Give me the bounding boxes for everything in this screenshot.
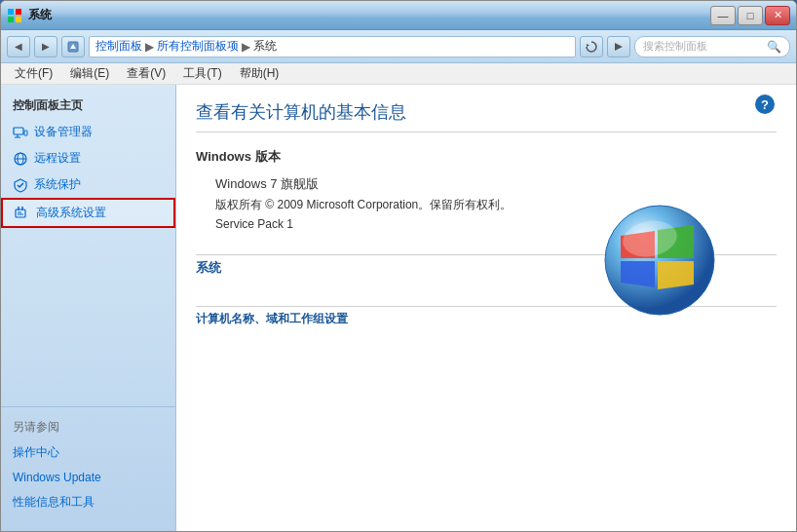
help-icon[interactable]: ?: [755, 95, 775, 114]
sidebar-another-title: 另请参阅: [1, 415, 175, 439]
sidebar-label-advanced: 高级系统设置: [36, 205, 106, 221]
svg-rect-0: [8, 9, 14, 15]
breadcrumb-controlpanel[interactable]: 控制面板: [95, 38, 142, 55]
sidebar-label-performance: 性能信息和工具: [13, 494, 95, 511]
sidebar-item-protection[interactable]: 系统保护: [1, 171, 175, 198]
sidebar-header: 控制面板主页: [1, 93, 175, 119]
svg-rect-3: [16, 17, 21, 22]
svg-marker-6: [587, 44, 589, 47]
search-placeholder: 搜索控制面板: [643, 39, 707, 54]
windows-edition: Windows 7 旗舰版: [215, 175, 777, 193]
remote-icon: [13, 151, 28, 167]
close-button[interactable]: ✕: [765, 6, 790, 25]
sidebar-item-windowsupdate[interactable]: Windows Update: [1, 466, 175, 489]
window-controls: — □ ✕: [710, 6, 790, 25]
svg-rect-15: [16, 209, 25, 217]
sidebar-item-advanced[interactable]: 高级系统设置: [1, 198, 175, 228]
sidebar-item-actioncenter[interactable]: 操作中心: [1, 439, 175, 466]
minimize-button[interactable]: —: [710, 6, 736, 25]
maximize-button[interactable]: □: [738, 6, 763, 25]
refresh-button[interactable]: [580, 36, 603, 57]
advanced-icon: [15, 206, 30, 221]
svg-rect-1: [16, 9, 21, 15]
menu-view[interactable]: 查看(V): [119, 63, 173, 84]
up-button[interactable]: [61, 36, 85, 57]
svg-marker-7: [615, 43, 623, 51]
address-path[interactable]: 控制面板 ▶ 所有控制面板项 ▶ 系统: [89, 36, 576, 57]
search-icon: 🔍: [767, 40, 781, 54]
sidebar-label-windowsupdate: Windows Update: [13, 471, 101, 484]
menu-file[interactable]: 文件(F): [7, 63, 60, 84]
go-button[interactable]: [607, 36, 630, 57]
protection-icon: [13, 177, 28, 193]
menu-tools[interactable]: 工具(T): [175, 63, 229, 84]
titlebar: 系统 — □ ✕: [1, 1, 796, 30]
address-bar: ◀ ▶ 控制面板 ▶ 所有控制面板项 ▶ 系统 搜索控制面板 🔍: [1, 30, 796, 63]
windows-section-label: Windows 版本: [196, 148, 777, 166]
svg-rect-2: [8, 17, 14, 22]
svg-rect-8: [14, 128, 23, 134]
breadcrumb-allitems[interactable]: 所有控制面板项: [157, 38, 239, 55]
devices-icon: [13, 125, 28, 140]
main-window: 系统 — □ ✕ ◀ ▶ 控制面板 ▶ 所有控制面板项 ▶ 系统: [0, 0, 797, 532]
windows-logo: [601, 202, 718, 319]
copyright-text: 版权所有 © 2009 Microsoft Corporation。保留所有权利…: [215, 198, 512, 211]
page-title: 查看有关计算机的基本信息: [196, 100, 777, 133]
svg-rect-11: [24, 131, 27, 135]
sidebar-another-section: 另请参阅 操作中心 Windows Update 性能信息和工具: [1, 406, 175, 523]
sidebar-label-protection: 系统保护: [34, 176, 81, 193]
search-box[interactable]: 搜索控制面板 🔍: [634, 36, 790, 57]
sidebar: 控制面板主页 设备管理器: [1, 85, 176, 531]
content-area: ? 查看有关计算机的基本信息: [176, 85, 796, 531]
service-pack-text: Service Pack 1: [215, 217, 293, 231]
forward-button[interactable]: ▶: [34, 36, 57, 57]
sidebar-label-actioncenter: 操作中心: [13, 444, 59, 461]
sidebar-label-devices: 设备管理器: [34, 124, 93, 140]
menu-edit[interactable]: 编辑(E): [62, 63, 117, 84]
breadcrumb-current: 系统: [253, 38, 277, 55]
window-title: 系统: [28, 7, 710, 23]
menu-bar: 文件(F) 编辑(E) 查看(V) 工具(T) 帮助(H): [1, 63, 796, 85]
sidebar-item-devices[interactable]: 设备管理器: [1, 119, 175, 145]
sidebar-item-remote[interactable]: 远程设置: [1, 145, 175, 171]
menu-help[interactable]: 帮助(H): [232, 63, 287, 84]
back-button[interactable]: ◀: [7, 36, 30, 57]
edition-text: Windows 7 旗舰版: [215, 176, 319, 191]
sidebar-item-performance[interactable]: 性能信息和工具: [1, 489, 175, 515]
window-icon: [7, 8, 22, 23]
main-area: 控制面板主页 设备管理器: [1, 85, 796, 531]
sidebar-label-remote: 远程设置: [34, 150, 81, 167]
